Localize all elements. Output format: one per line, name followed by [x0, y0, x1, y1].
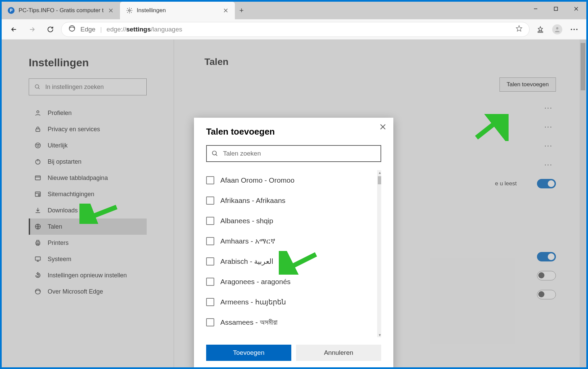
edge-logo-icon	[68, 25, 76, 34]
cancel-button[interactable]: Annuleren	[296, 345, 381, 361]
checkbox[interactable]	[206, 217, 214, 225]
tab-title: Instellingen	[137, 7, 219, 14]
svg-marker-5	[538, 26, 543, 31]
svg-marker-4	[516, 26, 522, 31]
favorite-icon[interactable]	[516, 25, 522, 33]
maximize-button[interactable]	[546, 2, 566, 16]
checkbox[interactable]	[206, 298, 214, 306]
menu-button[interactable]	[567, 22, 582, 37]
add-languages-dialog: Talen toevoegen Talen zoeken Afaan Oromo…	[194, 118, 393, 367]
back-button[interactable]	[6, 22, 21, 37]
svg-point-34	[213, 151, 217, 155]
new-tab-button[interactable]: +	[235, 2, 248, 19]
browser-window: P PC-Tips.INFO - Gratis computer t Inste…	[2, 2, 586, 367]
svg-line-35	[216, 155, 217, 156]
window-controls	[525, 2, 586, 16]
svg-point-8	[556, 27, 559, 29]
language-option[interactable]: Afrikaans - Afrikaans	[206, 190, 381, 211]
tab-pc-tips[interactable]: P PC-Tips.INFO - Gratis computer t	[2, 2, 120, 19]
content-area: Instellingen In instellingen zoeken Prof…	[2, 40, 586, 367]
svg-point-9	[571, 29, 572, 30]
svg-point-3	[69, 26, 75, 31]
close-icon[interactable]	[380, 124, 386, 131]
minimize-button[interactable]	[525, 2, 546, 16]
address-prefix: Edge	[80, 26, 95, 33]
checkbox[interactable]	[206, 278, 214, 286]
language-option[interactable]: Amhaars - አማርኛ	[206, 231, 381, 251]
pc-tips-favicon-icon: P	[8, 7, 15, 14]
forward-button[interactable]	[25, 22, 40, 37]
checkbox[interactable]	[206, 237, 214, 245]
address-bar[interactable]: Edge | edge://settings/languages	[61, 22, 530, 37]
checkbox[interactable]	[206, 257, 214, 266]
svg-point-0	[128, 10, 130, 11]
language-option[interactable]: Assamees - অসমীয়া	[206, 312, 381, 332]
svg-point-11	[576, 29, 578, 30]
toolbar: Edge | edge://settings/languages	[2, 19, 586, 40]
refresh-button[interactable]	[43, 22, 58, 37]
language-option[interactable]: Albanees - shqip	[206, 211, 381, 231]
add-button[interactable]: Toevoegen	[206, 345, 291, 361]
dialog-scrollbar[interactable]: ▲ ▼	[377, 170, 381, 337]
language-option[interactable]: Arabisch - العربية	[206, 251, 381, 272]
language-option[interactable]: Armeens - հայերեն	[206, 292, 381, 312]
svg-point-10	[573, 29, 575, 30]
svg-rect-2	[554, 7, 558, 10]
gear-icon	[126, 7, 133, 14]
dialog-search-input[interactable]: Talen zoeken	[206, 145, 381, 162]
checkbox[interactable]	[206, 318, 214, 326]
tab-title: PC-Tips.INFO - Gratis computer t	[19, 7, 104, 14]
language-option[interactable]: Afaan Oromo - Oromoo	[206, 170, 381, 190]
close-window-button[interactable]	[566, 2, 586, 16]
favorites-list-icon[interactable]	[533, 22, 548, 37]
close-icon[interactable]	[223, 7, 229, 14]
tab-bar: P PC-Tips.INFO - Gratis computer t Inste…	[2, 2, 586, 19]
profile-avatar[interactable]	[550, 22, 565, 37]
checkbox[interactable]	[206, 176, 214, 184]
search-icon	[212, 150, 218, 157]
language-list: Afaan Oromo - Oromoo Afrikaans - Afrikaa…	[206, 170, 381, 337]
dialog-title: Talen toevoegen	[206, 126, 381, 137]
close-icon[interactable]	[108, 7, 114, 14]
tab-settings[interactable]: Instellingen	[120, 2, 235, 19]
checkbox[interactable]	[206, 197, 214, 205]
language-option[interactable]: Aragonees - aragonés	[206, 272, 381, 292]
